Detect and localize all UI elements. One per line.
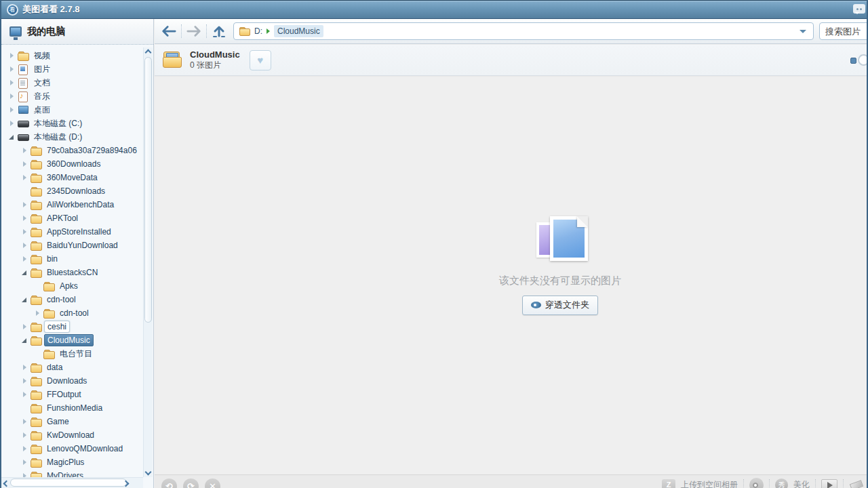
sidebar-vertical-scrollbar[interactable] xyxy=(143,47,153,477)
vertical-scroll-thumb[interactable] xyxy=(144,57,152,323)
tree-item[interactable]: KwDownload xyxy=(1,428,143,442)
tree-item-label[interactable]: 79c0aba30a729a894a06 xyxy=(44,145,140,156)
tree-expand-arrow-icon[interactable] xyxy=(21,445,29,453)
tree-expand-arrow-icon[interactable] xyxy=(21,418,29,426)
address-segment[interactable]: CloudMusic xyxy=(274,25,323,37)
tree-item[interactable]: CloudMusic xyxy=(1,333,143,347)
tree-expand-arrow-icon[interactable] xyxy=(21,458,29,466)
tree-item-label[interactable]: BluestacksCN xyxy=(44,267,100,278)
tree-item[interactable]: cdn-tool xyxy=(1,293,143,306)
tree-item-label[interactable]: APKTool xyxy=(44,213,81,224)
tree-expand-arrow-icon[interactable] xyxy=(8,92,16,100)
tree-item[interactable]: Apks xyxy=(1,279,143,293)
tree-expand-arrow-icon[interactable] xyxy=(8,79,16,87)
forward-button[interactable] xyxy=(185,22,203,40)
tree-item-label[interactable]: Apks xyxy=(57,281,81,291)
tree-expand-arrow-icon[interactable] xyxy=(21,268,29,277)
tree-expand-arrow-icon[interactable] xyxy=(21,472,29,477)
tree-item[interactable]: 电台节目 xyxy=(1,347,143,361)
tree-item[interactable]: 图片 xyxy=(1,62,143,76)
upload-album-label[interactable]: 上传到空间相册 xyxy=(681,479,738,488)
address-dropdown-icon[interactable] xyxy=(800,30,806,33)
tree-item-label[interactable]: 视频 xyxy=(31,49,53,62)
rotate-right-button[interactable]: ⟳ xyxy=(183,479,199,488)
tree-item-label[interactable]: BaiduYunDownload xyxy=(44,240,121,251)
tree-item[interactable]: 桌面 xyxy=(1,103,143,117)
tree-expand-arrow-icon[interactable] xyxy=(21,323,29,331)
tree-item-label[interactable]: 电台节目 xyxy=(57,348,95,361)
tree-expand-arrow-icon[interactable] xyxy=(21,187,29,195)
tree-item-label[interactable]: ceshi xyxy=(44,321,70,333)
tree-expand-arrow-icon[interactable] xyxy=(21,336,29,344)
tree-item-label[interactable]: CloudMusic xyxy=(44,334,94,346)
tree-item[interactable]: 本地磁盘 (D:) xyxy=(1,130,143,144)
zoom-slider-thumb[interactable] xyxy=(850,58,856,64)
search-input[interactable] xyxy=(825,23,867,39)
tree-item-label[interactable]: FunshionMedia xyxy=(44,403,105,413)
tree-item-label[interactable]: AppStoreInstalled xyxy=(44,226,114,237)
tree-item[interactable]: 本地磁盘 (C:) xyxy=(1,117,143,130)
pierce-folder-button[interactable]: 穿透文件夹 xyxy=(522,296,598,315)
meihua-icon[interactable]: 秀 xyxy=(775,479,788,488)
tree-expand-arrow-icon[interactable] xyxy=(21,404,29,412)
sidebar-horizontal-scrollbar[interactable] xyxy=(1,477,143,488)
scroll-left-icon[interactable] xyxy=(3,481,10,487)
tree-expand-arrow-icon[interactable] xyxy=(21,296,29,304)
weibo-share-icon[interactable] xyxy=(749,478,764,488)
tree-item-label[interactable]: 图片 xyxy=(31,63,53,76)
tree-expand-arrow-icon[interactable] xyxy=(21,241,29,249)
tree-item[interactable]: data xyxy=(1,361,143,374)
tree-item[interactable]: bin xyxy=(1,252,143,266)
tree-expand-arrow-icon[interactable] xyxy=(21,255,29,263)
tree-item[interactable]: BaiduYunDownload xyxy=(1,239,143,252)
tree-item[interactable]: 360Downloads xyxy=(1,157,143,171)
tree-item-label[interactable]: MyDrivers xyxy=(44,470,86,477)
tree-item-label[interactable]: 桌面 xyxy=(31,104,53,117)
tree-item[interactable]: 音乐 xyxy=(1,89,143,103)
tree-expand-arrow-icon[interactable] xyxy=(8,106,16,114)
tree-item-label[interactable]: cdn-tool xyxy=(44,294,79,305)
zoom-slider[interactable] xyxy=(850,54,867,66)
tree-expand-arrow-icon[interactable] xyxy=(8,119,16,127)
tree-item[interactable]: 2345Downloads xyxy=(1,184,143,198)
tree-item-label[interactable]: FFOutput xyxy=(44,389,84,400)
tree-item-label[interactable]: 本地磁盘 (C:) xyxy=(31,117,85,130)
tree-expand-arrow-icon[interactable] xyxy=(21,174,29,182)
tree-item-label[interactable]: AliWorkbenchData xyxy=(44,199,117,210)
tree-expand-arrow-icon[interactable] xyxy=(34,350,42,358)
beautify-label[interactable]: 美化 xyxy=(793,479,810,488)
tree-expand-arrow-icon[interactable] xyxy=(8,52,16,60)
tree-item-label[interactable]: 本地磁盘 (D:) xyxy=(31,131,85,144)
scroll-up-icon[interactable] xyxy=(145,49,152,56)
favorite-button[interactable]: ♥ xyxy=(250,50,271,70)
tree-item[interactable]: 79c0aba30a729a894a06 xyxy=(1,144,143,157)
scroll-down-icon[interactable] xyxy=(145,469,152,476)
tree-item[interactable]: BluestacksCN xyxy=(1,266,143,279)
tree-expand-arrow-icon[interactable] xyxy=(21,431,29,439)
tree-item-label[interactable]: Downloads xyxy=(44,375,90,386)
back-button[interactable] xyxy=(160,22,178,40)
tree-item-label[interactable]: KwDownload xyxy=(44,430,97,441)
tree-item[interactable]: 视频 xyxy=(1,49,143,62)
horizontal-scroll-thumb[interactable] xyxy=(10,479,127,487)
tree-item[interactable]: FunshionMedia xyxy=(1,401,143,415)
feedback-bubble-icon[interactable] xyxy=(853,4,865,14)
tree-item[interactable]: APKTool xyxy=(1,211,143,225)
tree-item[interactable]: FFOutput xyxy=(1,388,143,401)
tree-expand-arrow-icon[interactable] xyxy=(34,309,42,317)
tree-expand-arrow-icon[interactable] xyxy=(34,282,42,290)
tree-expand-arrow-icon[interactable] xyxy=(21,214,29,222)
tree-item-label[interactable]: 音乐 xyxy=(31,90,53,103)
up-button[interactable] xyxy=(210,22,228,40)
tree-expand-arrow-icon[interactable] xyxy=(8,133,16,141)
tree-item-label[interactable]: cdn-tool xyxy=(57,308,92,319)
tree-item-label[interactable]: Game xyxy=(44,416,72,427)
tree-expand-arrow-icon[interactable] xyxy=(21,363,29,371)
tree-item[interactable]: AppStoreInstalled xyxy=(1,225,143,239)
tree-item[interactable]: MyDrivers xyxy=(1,469,143,477)
address-drive[interactable]: D: xyxy=(254,26,262,36)
tree-item[interactable]: AliWorkbenchData xyxy=(1,198,143,211)
tree-item-label[interactable]: LenovoQMDownload xyxy=(44,443,125,454)
tree-item-label[interactable]: 360Downloads xyxy=(44,159,103,169)
tree-item[interactable]: 文档 xyxy=(1,76,143,89)
